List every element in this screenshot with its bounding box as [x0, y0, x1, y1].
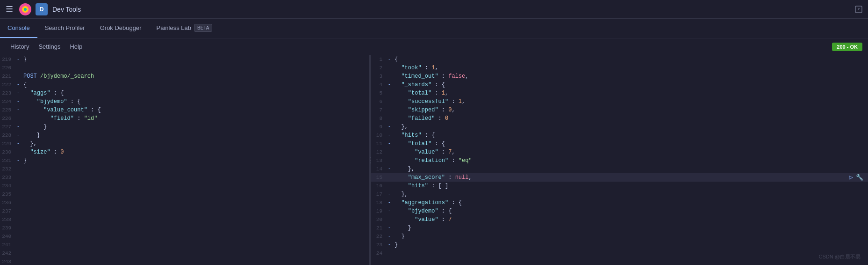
play-icon[interactable]: ▷	[849, 173, 853, 181]
table-row: 2 "took" : 1,	[371, 64, 868, 72]
line-number: 13	[371, 156, 388, 165]
line-content: "aggregations" : {	[395, 199, 868, 207]
line-content: }	[23, 156, 369, 165]
line-content: "hits" : [ ]	[395, 182, 868, 190]
svg-point-2	[24, 8, 27, 11]
line-content: },	[395, 165, 868, 173]
line-number: 12	[371, 148, 388, 156]
tab-painless-lab[interactable]: Painless Lab BETA	[149, 19, 220, 38]
wrench-icon[interactable]: 🔧	[856, 174, 863, 181]
line-number: 15	[371, 173, 388, 182]
line-content: "aggs" : {	[23, 89, 369, 97]
table-row: 230 "size" : 0	[0, 148, 369, 156]
table-row: 10- "hits" : {	[371, 131, 868, 140]
table-row: 8 "failed" : 0	[371, 114, 868, 123]
table-row: 227- }	[0, 123, 369, 131]
line-number: 243	[0, 258, 17, 265]
line-content: "field" : "id"	[23, 114, 369, 123]
line-number: 2	[371, 64, 388, 72]
line-number: 7	[371, 106, 388, 114]
line-content: "total" : {	[395, 140, 868, 148]
line-indicator: -	[17, 55, 23, 64]
line-indicator: -	[17, 131, 23, 140]
history-button[interactable]: History	[6, 41, 34, 52]
line-indicator: -	[388, 224, 395, 232]
line-number: 11	[371, 140, 388, 148]
table-row: 219-}	[0, 55, 369, 64]
table-row: 239	[0, 224, 369, 232]
line-number: 10	[371, 131, 388, 140]
line-indicator: -	[388, 207, 395, 215]
elastic-logo	[19, 3, 32, 16]
line-indicator: -	[388, 232, 395, 241]
window-controls	[855, 6, 862, 13]
line-number: 242	[0, 249, 17, 258]
line-number: 224	[0, 97, 17, 106]
line-number: 4	[371, 81, 388, 89]
line-number: 9	[371, 123, 388, 131]
line-content: "value_count" : {	[23, 106, 369, 114]
line-content: }	[23, 123, 369, 131]
left-code-panel[interactable]: 219-}220 221 POST /bjydemo/_search222-{2…	[0, 55, 369, 265]
help-button[interactable]: Help	[65, 41, 87, 52]
line-number: 22	[371, 232, 388, 241]
table-row: 17- },	[371, 190, 868, 199]
left-code-lines: 219-}220 221 POST /bjydemo/_search222-{2…	[0, 55, 369, 265]
table-row: 235	[0, 190, 369, 199]
line-number: 1	[371, 55, 388, 64]
right-code-panel[interactable]: 1-{2 "took" : 1,3 "timed_out" : false,4-…	[371, 55, 868, 265]
line-number: 238	[0, 215, 17, 224]
line-content: "bjydemo" : {	[23, 97, 369, 106]
line-number: 24	[371, 249, 388, 258]
app-icon: D	[36, 3, 48, 15]
line-number: 20	[371, 215, 388, 224]
line-content: "successful" : 1,	[395, 97, 868, 106]
table-row: 19- "bjydemo" : {	[371, 207, 868, 215]
line-indicator: -	[388, 199, 395, 207]
table-row: 15 "max_score" : null, ▷ 🔧	[371, 173, 868, 182]
line-indicator: -	[388, 131, 395, 140]
table-row: 241	[0, 241, 369, 249]
line-indicator: -	[17, 123, 23, 131]
table-row: 5 "total" : 1,	[371, 89, 868, 97]
table-row: 220	[0, 64, 369, 72]
table-row: 238	[0, 215, 369, 224]
line-number: 239	[0, 224, 17, 232]
table-row: 225- "value_count" : {	[0, 106, 369, 114]
settings-button[interactable]: Settings	[34, 41, 65, 52]
tab-grok-debugger[interactable]: Grok Debugger	[93, 19, 149, 38]
line-content: {	[395, 55, 868, 64]
line-content: "hits" : {	[395, 131, 868, 140]
action-icons: ▷ 🔧	[849, 173, 863, 181]
right-code-lines: 1-{2 "took" : 1,3 "timed_out" : false,4-…	[371, 55, 868, 258]
beta-badge: BETA	[194, 24, 212, 32]
table-row: 242	[0, 249, 369, 258]
line-content: }	[23, 55, 369, 64]
line-number: 228	[0, 131, 17, 140]
line-content: }	[395, 224, 868, 232]
line-content: {	[23, 81, 369, 89]
tab-search-profiler[interactable]: Search Profiler	[37, 19, 93, 38]
line-indicator: -	[388, 241, 395, 249]
table-row: 4- "_shards" : {	[371, 81, 868, 89]
line-indicator: -	[17, 89, 23, 97]
line-content: "value" : 7,	[395, 148, 868, 156]
line-indicator: -	[17, 97, 23, 106]
line-content: "max_score" : null,	[395, 173, 868, 182]
table-row: 21- }	[371, 224, 868, 232]
line-content: },	[23, 140, 369, 148]
line-number: 233	[0, 173, 17, 182]
line-number: 241	[0, 241, 17, 249]
line-number: 222	[0, 81, 17, 89]
hamburger-icon[interactable]: ☰	[6, 4, 13, 15]
line-content: "size" : 0	[23, 148, 369, 156]
watermark: CSDN @白居不易	[819, 253, 861, 260]
line-number: 226	[0, 114, 17, 123]
line-indicator: -	[388, 123, 395, 131]
line-content: "timed_out" : false,	[395, 72, 868, 81]
table-row: 24	[371, 249, 868, 258]
table-row: 234	[0, 182, 369, 190]
table-row: 13 "relation" : "eq"	[371, 156, 868, 165]
resize-icon[interactable]	[855, 6, 862, 13]
tab-console[interactable]: Console	[0, 19, 37, 38]
